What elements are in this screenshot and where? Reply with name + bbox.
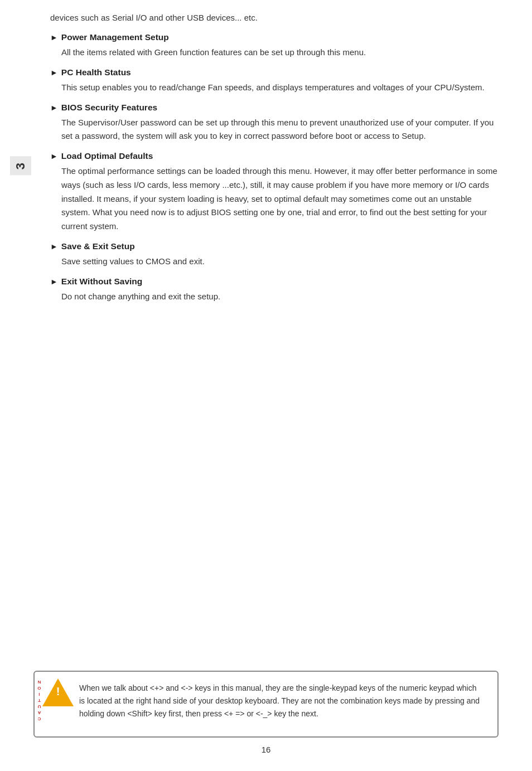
caution-triangle: !: [42, 678, 74, 706]
section-body-load-optimal: The optimal performance settings can be …: [61, 164, 499, 234]
caution-icon-container: ! CAUTION: [42, 678, 74, 712]
section-header-exit-without-saving: ► Exit Without Saving: [50, 277, 499, 287]
section-body-exit-without-saving: Do not change anything and exit the setu…: [61, 290, 499, 304]
arrow-icon: ►: [50, 33, 58, 42]
arrow-icon: ►: [50, 152, 58, 161]
caution-exclamation-icon: !: [56, 685, 60, 698]
section-save-exit: ► Save & Exit Setup Save setting values …: [50, 241, 499, 269]
section-header-pc-health: ► PC Health Status: [50, 67, 499, 77]
section-header-load-optimal: ► Load Optimal Defaults: [50, 151, 499, 161]
section-title-exit-without-saving: Exit Without Saving: [61, 277, 142, 287]
section-title-load-optimal: Load Optimal Defaults: [61, 151, 153, 161]
caution-text: When we talk about <+> and <-> keys in t…: [79, 682, 484, 720]
section-title-power-management: Power Management Setup: [61, 32, 169, 42]
section-body-save-exit: Save setting values to CMOS and exit.: [61, 255, 499, 269]
chapter-label: 3: [10, 156, 31, 175]
page-container: 3 devices such as Serial I/O and other U…: [0, 0, 532, 771]
section-header-save-exit: ► Save & Exit Setup: [50, 241, 499, 251]
section-power-management: ► Power Management Setup All the items r…: [50, 32, 499, 60]
arrow-icon: ►: [50, 103, 58, 112]
section-body-power-management: All the items related with Green functio…: [61, 46, 499, 60]
section-title-pc-health: PC Health Status: [61, 67, 131, 77]
intro-text: devices such as Serial I/O and other USB…: [50, 11, 499, 25]
section-body-bios-security: The Supervisor/User password can be set …: [61, 116, 499, 144]
section-pc-health: ► PC Health Status This setup enables yo…: [50, 67, 499, 95]
arrow-icon: ►: [50, 277, 58, 286]
section-header: ► Power Management Setup: [50, 32, 499, 42]
section-bios-security: ► BIOS Security Features The Supervisor/…: [50, 103, 499, 144]
section-body-pc-health: This setup enables you to read/change Fa…: [61, 81, 499, 95]
section-title-save-exit: Save & Exit Setup: [61, 241, 135, 251]
section-header-bios-security: ► BIOS Security Features: [50, 103, 499, 113]
arrow-icon: ►: [50, 242, 58, 251]
section-title-bios-security: BIOS Security Features: [61, 103, 157, 113]
arrow-icon: ►: [50, 68, 58, 77]
page-number: 16: [262, 745, 271, 754]
section-load-optimal: ► Load Optimal Defaults The optimal perf…: [50, 151, 499, 234]
caution-box: ! CAUTION When we talk about <+> and <->…: [33, 671, 499, 738]
content-area: devices such as Serial I/O and other USB…: [50, 11, 499, 303]
caution-label: CAUTION: [37, 678, 42, 721]
section-exit-without-saving: ► Exit Without Saving Do not change anyt…: [50, 277, 499, 304]
